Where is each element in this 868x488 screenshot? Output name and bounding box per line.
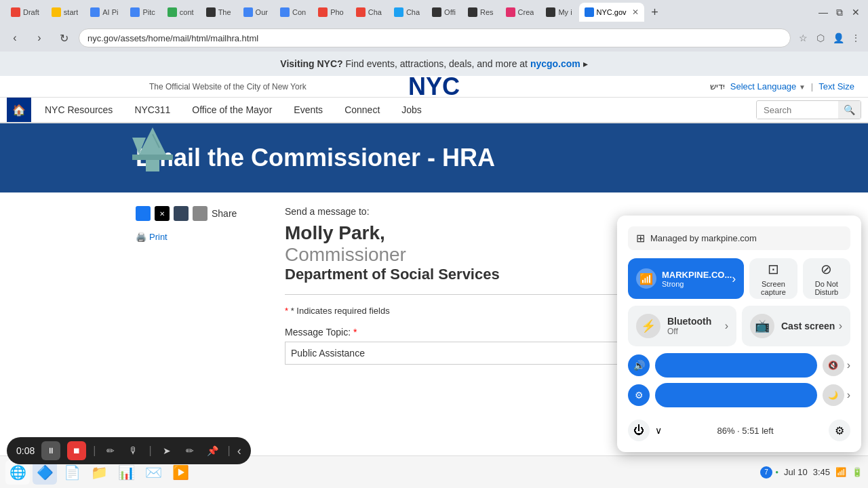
tab-8[interactable]: Con	[275, 3, 311, 22]
print-button[interactable]: 🖨️ Print	[136, 232, 271, 242]
mic-tool-button[interactable]: 🎙	[125, 443, 142, 459]
taskbar-date: Jul 10	[784, 467, 808, 477]
volume-expand-icon[interactable]: ›	[847, 359, 850, 371]
new-tab-button[interactable]: +	[646, 3, 665, 22]
bluetooth-card[interactable]: ⚡ Bluetooth Off ›	[628, 306, 736, 346]
screen-capture-icon: ⊡	[768, 261, 779, 277]
quick-settings-panel: ⊞ Managed by markpine.com 📶 MARKPINE.CO.…	[617, 216, 861, 452]
brightness-icon: ⚙	[628, 384, 650, 406]
restore-button[interactable]: ⧉	[833, 5, 846, 19]
power-button[interactable]: ⏻	[628, 420, 650, 441]
tab-label-4: Pitc	[142, 8, 155, 16]
close-recorder-button[interactable]: ‹	[237, 444, 241, 458]
wifi-arrow-icon: ›	[732, 272, 736, 286]
search-box[interactable]: 🔍	[756, 100, 861, 119]
more-icon[interactable]: ⋮	[849, 31, 863, 45]
tab-4[interactable]: Pitc	[125, 3, 160, 22]
bluetooth-name: Bluetooth	[667, 316, 711, 327]
settings-button[interactable]: ⚙	[829, 420, 850, 441]
extension-icon[interactable]: ⬡	[814, 31, 827, 45]
expand-icon[interactable]: ∨	[655, 425, 662, 436]
tab-3[interactable]: AI Pi	[85, 3, 123, 22]
recording-time: 0:08	[16, 445, 35, 456]
header-right: יִדיש Select Language ▼ | Text Size	[710, 81, 854, 92]
nav-nyc311[interactable]: NYC311	[123, 99, 181, 121]
nav-connect[interactable]: Connect	[334, 99, 391, 121]
notification-area[interactable]: 7 ●	[760, 466, 778, 479]
battery-taskbar-icon: 🔋	[852, 467, 863, 477]
x-share-button[interactable]: ✕	[155, 206, 170, 221]
volume-right: 🔇 ›	[823, 354, 850, 376]
volume-off-icon[interactable]: 🔇	[823, 354, 844, 376]
print-icon: 🖨️	[136, 232, 146, 242]
address-bar[interactable]: nyc.gov/assets/home/mail/html/mailhra.ht…	[79, 28, 791, 47]
tab-favicon-15	[546, 7, 555, 17]
nav-events[interactable]: Events	[283, 99, 334, 121]
hebrew-text[interactable]: יִדיש	[710, 81, 725, 92]
tab-7[interactable]: Our	[238, 3, 273, 22]
nav-office-mayor[interactable]: Office of the Mayor	[181, 99, 283, 121]
tab-6[interactable]: The	[201, 3, 237, 22]
home-nav-button[interactable]: 🏠	[7, 98, 31, 122]
managed-icon: ⊞	[636, 232, 645, 245]
tab-9[interactable]: Pho	[313, 3, 349, 22]
text-size-link[interactable]: Text Size	[818, 81, 854, 92]
screen-capture-button[interactable]: ⊡ Screencapture	[749, 258, 797, 299]
email-share-button[interactable]	[193, 206, 208, 221]
select-language-link[interactable]: Select Language ▼	[730, 81, 806, 92]
erase-tool-button[interactable]: ✏	[102, 443, 119, 459]
tab-2[interactable]: start	[46, 3, 83, 22]
search-input[interactable]	[757, 102, 838, 119]
tab-close-btn[interactable]: ✕	[632, 7, 639, 17]
volume-slider[interactable]	[655, 353, 817, 378]
facebook-share-button[interactable]	[136, 206, 151, 221]
nyc-logo[interactable]: NYC	[408, 73, 460, 101]
tab-label-2: start	[64, 8, 78, 16]
wifi-name: MARKPINE.CO...	[662, 270, 732, 280]
brightness-row: ⚙ 🌙 ›	[628, 383, 850, 407]
tab-favicon-7	[243, 7, 253, 17]
tab-13[interactable]: Res	[462, 3, 499, 22]
tab-label-1: Draft	[23, 8, 39, 16]
bookmark-icon[interactable]: ☆	[796, 31, 810, 45]
pin-tool-button[interactable]: 📌	[205, 443, 221, 459]
profile-icon[interactable]: 👤	[831, 31, 845, 45]
tab-10[interactable]: Cha	[351, 3, 387, 22]
close-window-button[interactable]: ✕	[849, 5, 863, 19]
tab-favicon-6	[206, 7, 216, 17]
tab-label-14: Crea	[518, 8, 534, 16]
tab-14[interactable]: Crea	[500, 3, 540, 22]
tab-5[interactable]: cont	[162, 3, 199, 22]
nycgo-link[interactable]: nycgo.com	[530, 58, 580, 69]
screen-record-bar: 0:08 ⏸ ⏹ | ✏ 🎙 | ➤ ✏ 📌 | ‹	[7, 437, 251, 464]
wifi-card[interactable]: 📶 MARKPINE.CO... Strong ›	[628, 258, 744, 299]
nav-jobs[interactable]: Jobs	[391, 99, 433, 121]
cast-screen-card[interactable]: 📺 Cast screen ›	[742, 306, 850, 346]
tab-favicon-9	[318, 7, 328, 17]
sidebar: ✕ Share 🖨️ Print	[136, 206, 271, 365]
pause-recording-button[interactable]: ⏸	[41, 441, 60, 460]
volume-icon: 🔊	[628, 354, 650, 376]
reload-button[interactable]: ↻	[54, 28, 73, 47]
tab-15[interactable]: My i	[540, 3, 577, 22]
cursor-tool-button[interactable]: ➤	[159, 443, 175, 459]
tab-12[interactable]: Offi	[427, 3, 461, 22]
stop-recording-button[interactable]: ⏹	[67, 441, 86, 460]
draw-tool-button[interactable]: ✏	[182, 443, 198, 459]
brightness-slider[interactable]	[655, 383, 817, 407]
tab-1[interactable]: Draft	[5, 3, 45, 22]
brightness-off-icon[interactable]: 🌙	[823, 384, 844, 406]
forward-button[interactable]: ›	[30, 28, 49, 47]
print-label: Print	[149, 232, 167, 242]
search-button[interactable]: 🔍	[838, 101, 861, 119]
do-not-disturb-button[interactable]: ⊘ Do NotDisturb	[803, 258, 850, 299]
brightness-expand-icon[interactable]: ›	[847, 389, 850, 401]
tumblr-share-button[interactable]	[174, 206, 189, 221]
tab-favicon-10	[356, 7, 366, 17]
notification-dot: ●	[775, 469, 778, 475]
tab-active[interactable]: NYC.gov ✕	[579, 3, 644, 22]
tab-11[interactable]: Cha	[389, 3, 425, 22]
nav-nyc-resources[interactable]: NYC Resources	[34, 99, 123, 121]
back-button[interactable]: ‹	[5, 28, 24, 47]
minimize-button[interactable]: —	[816, 5, 830, 19]
